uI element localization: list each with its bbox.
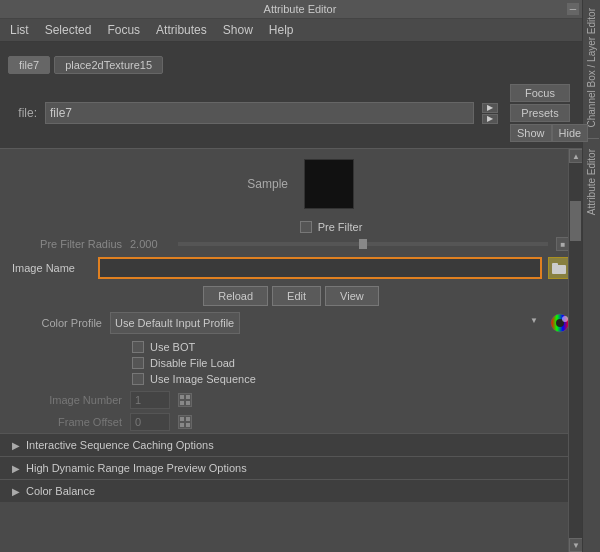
sample-swatch [304,159,354,209]
menu-show[interactable]: Show [221,22,255,38]
svg-rect-11 [180,423,184,427]
color-profile-select-wrap: Use Default Input Profile sRGB Linear Ra… [110,312,542,334]
disable-file-load-label: Disable File Load [150,357,235,369]
show-hide-row: Show Hide [510,124,570,142]
scroll-up-button[interactable]: ▲ [569,149,582,163]
collapse-label-3: Color Balance [26,485,95,497]
tab-file7[interactable]: file7 [8,56,50,74]
color-profile-select[interactable]: Use Default Input Profile sRGB Linear Ra… [110,312,240,334]
hide-button[interactable]: Hide [552,124,589,142]
sidebar-label-attribute-editor[interactable]: Attribute Editor [586,141,597,223]
collapse-arrow-1: ▶ [12,440,20,451]
disable-file-load-checkbox[interactable] [132,357,144,369]
use-bot-row: Use BOT [120,339,582,355]
use-image-sequence-row: Use Image Sequence [120,371,582,387]
pre-filter-radius-label: Pre Filter Radius [12,238,122,250]
use-image-sequence-checkbox[interactable] [132,373,144,385]
pre-filter-radius-slider[interactable] [178,242,548,246]
svg-rect-1 [552,263,558,266]
image-number-label: Image Number [12,394,122,406]
collapse-arrow-2: ▶ [12,463,20,474]
collapsible-hdr-preview[interactable]: ▶ High Dynamic Range Image Preview Optio… [0,456,582,479]
folder-button[interactable] [548,257,570,279]
sample-label: Sample [228,177,288,191]
arrow-up-btn[interactable]: ▶ [482,103,498,113]
presets-button[interactable]: Presets [510,104,570,122]
image-name-row: Image Name [0,253,582,283]
scroll-thumb [570,201,581,241]
menu-attributes[interactable]: Attributes [154,22,209,38]
svg-rect-12 [186,423,190,427]
svg-rect-6 [186,395,190,399]
menu-help[interactable]: Help [267,22,296,38]
collapse-arrow-3: ▶ [12,486,20,497]
tab-place2d[interactable]: place2dTexture15 [54,56,163,74]
menu-selected[interactable]: Selected [43,22,94,38]
color-profile-label: Color Profile [12,317,102,329]
disable-file-load-row: Disable File Load [120,355,582,371]
pre-filter-label: Pre Filter [318,221,363,233]
collapsible-sequence-caching[interactable]: ▶ Interactive Sequence Caching Options [0,433,582,456]
view-button[interactable]: View [325,286,379,306]
reload-button[interactable]: Reload [203,286,268,306]
image-name-input[interactable] [98,257,542,279]
panel-scrollbar[interactable]: ▲ ▼ [568,149,582,552]
collapse-label-1: Interactive Sequence Caching Options [26,439,214,451]
color-wheel-button[interactable] [550,313,570,333]
pre-filter-radius-value: 2.000 [130,238,170,250]
checkboxes-section: Use BOT Disable File Load Use Image Sequ… [0,337,582,389]
slider-thumb [359,239,367,249]
focus-button[interactable]: Focus [510,84,570,102]
collapsible-color-balance[interactable]: ▶ Color Balance [0,479,582,502]
frame-offset-input[interactable] [130,413,170,431]
edit-button[interactable]: Edit [272,286,321,306]
menu-focus[interactable]: Focus [105,22,142,38]
menu-list[interactable]: List [8,22,31,38]
arrow-down-btn[interactable]: ▶ [482,114,498,124]
svg-rect-0 [552,265,566,274]
grid-icon2 [180,417,190,427]
arrow-buttons: ▶ ▶ [482,103,498,124]
right-sidebar: Channel Box / Layer Editor Attribute Edi… [582,0,600,552]
rev-buttons-row: Reload Edit View [0,283,582,309]
svg-rect-5 [180,395,184,399]
sidebar-label-channel-box[interactable]: Channel Box / Layer Editor [586,0,597,136]
minimize-button[interactable]: ─ [566,2,580,16]
grid-icon [180,395,190,405]
color-profile-row: Color Profile Use Default Input Profile … [0,309,582,337]
panel-area: Sample Pre Filter Pre Filter Radius 2.00… [0,148,582,552]
collapse-label-2: High Dynamic Range Image Preview Options [26,462,247,474]
file-label: file: [12,106,37,120]
scroll-down-button[interactable]: ▼ [569,538,582,552]
main-content: file7 place2dTexture15 file: ▶ ▶ Focus P… [0,52,582,552]
image-number-row: Image Number [0,389,582,411]
svg-rect-8 [186,401,190,405]
use-bot-label: Use BOT [150,341,195,353]
scroll-track[interactable] [569,163,582,538]
image-number-input[interactable] [130,391,170,409]
svg-rect-10 [186,417,190,421]
menu-bar: List Selected Focus Attributes Show Help [0,19,600,42]
folder-icon [552,262,566,274]
pre-filter-radius-row: Pre Filter Radius 2.000 ■ [0,235,582,253]
title-bar: Attribute Editor ─ □ [0,0,600,19]
image-number-icon [178,393,192,407]
use-image-sequence-label: Use Image Sequence [150,373,256,385]
tab-bar: file7 place2dTexture15 [0,52,582,78]
svg-rect-7 [180,401,184,405]
file-input[interactable] [45,102,474,124]
use-bot-checkbox[interactable] [132,341,144,353]
image-name-label: Image Name [12,262,92,274]
title-label: Attribute Editor [264,3,337,15]
pre-filter-row: Pre Filter [80,219,582,235]
sample-row: Sample [0,149,582,219]
frame-offset-icon [178,415,192,429]
frame-offset-row: Frame Offset [0,411,582,433]
show-button[interactable]: Show [510,124,552,142]
svg-rect-9 [180,417,184,421]
pre-filter-checkbox[interactable] [300,221,312,233]
file-row: file: ▶ ▶ Focus Presets Show Hide [0,78,582,148]
frame-offset-label: Frame Offset [12,416,122,428]
